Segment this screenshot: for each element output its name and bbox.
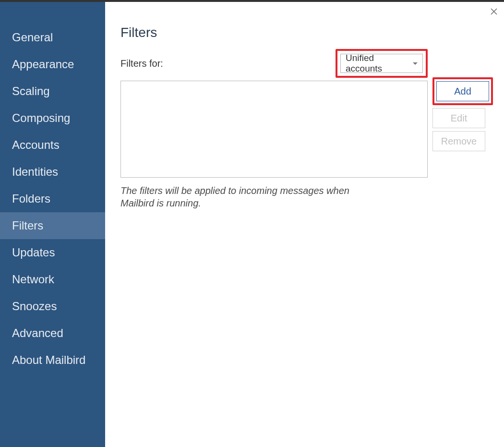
sidebar-item-about-mailbird[interactable]: About Mailbird <box>0 347 105 374</box>
sidebar-item-network[interactable]: Network <box>0 266 105 293</box>
sidebar-item-appearance[interactable]: Appearance <box>0 51 105 78</box>
sidebar-item-label: Filters <box>12 219 43 232</box>
sidebar-item-label: Accounts <box>12 138 60 152</box>
sidebar-item-label: Appearance <box>12 58 74 71</box>
annotation-highlight-dropdown: Unified accounts <box>336 49 428 78</box>
sidebar-item-label: General <box>12 31 53 44</box>
filters-content-row: Add Edit Remove <box>120 81 493 178</box>
sidebar-item-snoozes[interactable]: Snoozes <box>0 293 105 320</box>
main-panel: Filters Filters for: Unified accounts Ad… <box>105 0 504 447</box>
button-label: Edit <box>451 113 467 124</box>
sidebar-item-general[interactable]: General <box>0 24 105 51</box>
filters-for-label: Filters for: <box>120 58 163 69</box>
chevron-down-icon <box>413 62 418 65</box>
sidebar-item-scaling[interactable]: Scaling <box>0 78 105 105</box>
sidebar-item-updates[interactable]: Updates <box>0 239 105 266</box>
button-label: Remove <box>441 136 477 147</box>
sidebar-item-advanced[interactable]: Advanced <box>0 320 105 347</box>
dropdown-selected-value: Unified accounts <box>346 53 413 74</box>
sidebar-item-label: Scaling <box>12 85 50 98</box>
sidebar-item-label: Composing <box>12 111 70 125</box>
button-label: Add <box>454 86 471 97</box>
add-button[interactable]: Add <box>436 81 489 101</box>
sidebar-item-label: About Mailbird <box>12 353 85 367</box>
sidebar-item-folders[interactable]: Folders <box>0 185 105 212</box>
sidebar-item-filters[interactable]: Filters <box>0 212 105 239</box>
filter-action-buttons: Add Edit Remove <box>432 81 493 151</box>
sidebar-item-accounts[interactable]: Accounts <box>0 132 105 158</box>
sidebar-item-identities[interactable]: Identities <box>0 158 105 185</box>
sidebar-nav: General Appearance Scaling Composing Acc… <box>0 0 105 447</box>
close-button[interactable] <box>489 7 499 16</box>
filters-for-dropdown[interactable]: Unified accounts <box>340 54 423 73</box>
filters-info-text: The filters will be applied to incoming … <box>120 184 375 209</box>
window-top-border <box>0 0 504 2</box>
sidebar-item-label: Snoozes <box>12 300 57 313</box>
sidebar-item-label: Identities <box>12 165 58 179</box>
remove-button[interactable]: Remove <box>432 131 485 151</box>
filters-for-row: Filters for: Unified accounts <box>120 49 428 78</box>
filters-list[interactable] <box>120 81 428 178</box>
sidebar-item-composing[interactable]: Composing <box>0 105 105 132</box>
edit-button[interactable]: Edit <box>432 108 485 128</box>
annotation-highlight-add: Add <box>432 77 493 105</box>
close-icon <box>490 8 498 15</box>
sidebar-item-label: Advanced <box>12 326 63 340</box>
sidebar-item-label: Network <box>12 273 54 286</box>
sidebar-item-label: Updates <box>12 246 55 259</box>
page-title: Filters <box>120 25 493 40</box>
sidebar-item-label: Folders <box>12 192 50 205</box>
